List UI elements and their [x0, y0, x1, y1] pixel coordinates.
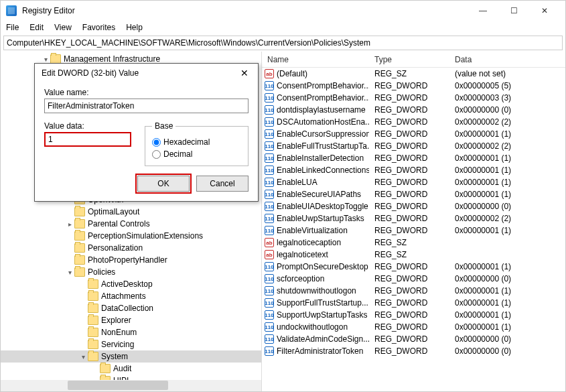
registry-value-row[interactable]: 110PromptOnSecureDesktopREG_DWORD0x00000…: [262, 261, 565, 273]
menu-view[interactable]: View: [54, 23, 72, 32]
value-type-cell: REG_DWORD: [369, 105, 449, 115]
value-type-cell: REG_DWORD: [369, 202, 449, 211]
registry-value-row[interactable]: ablegalnoticecaptionREG_SZ: [262, 237, 565, 249]
registry-value-row[interactable]: 110EnableSecureUIAPathsREG_DWORD0x000000…: [262, 188, 565, 200]
tree-node-label: Explorer: [101, 316, 131, 325]
minimize-button[interactable]: —: [468, 1, 498, 21]
tree-node-label: Personalization: [88, 243, 143, 253]
expander-icon[interactable]: ▸: [65, 219, 74, 228]
tree-node-photopropertyhandler[interactable]: PhotoPropertyHandler: [1, 254, 261, 266]
base-fieldset: Base Hexadecimal Decimal: [145, 121, 249, 166]
value-name-cell: scforceoption: [277, 274, 324, 283]
registry-value-row[interactable]: 110SupportFullTrustStartup...REG_DWORD0x…: [262, 297, 565, 309]
value-name-cell: EnableCursorSuppression: [277, 129, 369, 139]
tree-node-audit[interactable]: Audit: [1, 363, 261, 375]
registry-value-row[interactable]: 110shutdownwithoutlogonREG_DWORD0x000000…: [262, 285, 565, 297]
value-type-cell: REG_SZ: [369, 238, 449, 247]
registry-value-row[interactable]: ablegalnoticetextREG_SZ: [262, 249, 565, 261]
expander-icon[interactable]: ▾: [41, 54, 50, 64]
dword-value-icon: 110: [265, 226, 274, 235]
registry-value-row[interactable]: 110DSCAutomationHostEna...REG_DWORD0x000…: [262, 116, 565, 128]
col-header-data[interactable]: Data: [449, 55, 565, 64]
dialog-close-button[interactable]: ✕: [238, 68, 251, 78]
tree-hscroll-track[interactable]: [1, 380, 261, 391]
registry-value-row[interactable]: 110ValidateAdminCodeSign...REG_DWORD0x00…: [262, 333, 565, 345]
tree-node-servicing[interactable]: Servicing: [1, 338, 261, 350]
registry-value-row[interactable]: 110EnableLinkedConnectionsREG_DWORD0x000…: [262, 164, 565, 176]
tree-node-activedesktop[interactable]: ActiveDesktop: [1, 278, 261, 290]
tree-node-perceptionsimulationextensions[interactable]: PerceptionSimulationExtensions: [1, 230, 261, 242]
menu-favorites[interactable]: Favorites: [82, 23, 115, 32]
expander-icon[interactable]: ▾: [78, 352, 88, 361]
address-bar[interactable]: Computer\HKEY_LOCAL_MACHINE\SOFTWARE\Mic…: [3, 36, 563, 50]
dword-value-icon: 110: [265, 190, 274, 199]
value-type-cell: REG_DWORD: [369, 153, 449, 163]
registry-value-row[interactable]: ab(Default)REG_SZ(value not set): [262, 68, 565, 80]
list-header: Name Type Data: [262, 52, 565, 68]
value-data-cell: 0x00000001 (1): [449, 190, 565, 199]
col-header-type[interactable]: Type: [369, 55, 449, 64]
registry-value-row[interactable]: 110EnableVirtualizationREG_DWORD0x000000…: [262, 224, 565, 237]
menu-edit[interactable]: Edit: [29, 23, 44, 32]
dialog-titlebar[interactable]: Edit DWORD (32-bit) Value ✕: [35, 64, 258, 82]
value-name-cell: EnableSecureUIAPaths: [277, 190, 361, 199]
registry-value-row[interactable]: 110EnableUwpStartupTasksREG_DWORD0x00000…: [262, 212, 565, 224]
registry-value-row[interactable]: 110EnableLUAREG_DWORD0x00000001 (1): [262, 176, 565, 188]
list-pane[interactable]: Name Type Data ab(Default)REG_SZ(value n…: [262, 52, 565, 391]
tree-node-explorer[interactable]: Explorer: [1, 314, 261, 326]
tree-node-label: System: [101, 352, 128, 361]
value-type-cell: REG_DWORD: [369, 93, 449, 103]
menu-help[interactable]: Help: [126, 23, 143, 32]
tree-node-optimallayout[interactable]: OptimalLayout: [1, 206, 261, 218]
value-data-cell: 0x00000002 (2): [449, 117, 565, 127]
tree-node-label: DataCollection: [101, 304, 153, 313]
dword-value-icon: 110: [265, 346, 274, 356]
registry-value-row[interactable]: 110EnableInstallerDetectionREG_DWORD0x00…: [262, 152, 565, 164]
cancel-button[interactable]: Cancel: [196, 176, 249, 192]
registry-value-row[interactable]: 110EnableCursorSuppressionREG_DWORD0x000…: [262, 128, 565, 140]
registry-value-row[interactable]: 110dontdisplaylastusernameREG_DWORD0x000…: [262, 104, 565, 116]
tree-hscroll-thumb[interactable]: [68, 381, 168, 390]
value-type-cell: REG_DWORD: [369, 129, 449, 139]
tree-node-label: Policies: [88, 267, 115, 277]
registry-value-row[interactable]: 110ConsentPromptBehavior...REG_DWORD0x00…: [262, 92, 565, 104]
menubar: File Edit View Favorites Help: [1, 21, 565, 34]
string-value-icon: ab: [265, 238, 274, 247]
registry-value-row[interactable]: 110FilterAdministratorTokenREG_DWORD0x00…: [262, 345, 565, 357]
registry-value-row[interactable]: 110EnableUIADesktopToggleREG_DWORD0x0000…: [262, 200, 565, 212]
dword-value-icon: 110: [265, 334, 274, 344]
tree-node-datacollection[interactable]: DataCollection: [1, 302, 261, 314]
tree-node-label: Management Infrastructure: [64, 54, 160, 64]
expander-icon[interactable]: ▾: [65, 267, 74, 277]
tree-node-personalization[interactable]: Personalization: [1, 242, 261, 254]
ok-button[interactable]: OK: [137, 176, 190, 192]
value-name-cell: SupportUwpStartupTasks: [277, 310, 367, 320]
value-name-cell: PromptOnSecureDesktop: [277, 262, 368, 271]
base-legend: Base: [152, 121, 175, 131]
registry-value-row[interactable]: 110undockwithoutlogonREG_DWORD0x00000001…: [262, 321, 565, 333]
value-name-cell: dontdisplaylastusername: [277, 105, 366, 115]
value-data-input[interactable]: [44, 132, 131, 147]
maximize-button[interactable]: ☐: [498, 1, 529, 21]
registry-value-row[interactable]: 110SupportUwpStartupTasksREG_DWORD0x0000…: [262, 309, 565, 321]
tree-node-attachments[interactable]: Attachments: [1, 290, 261, 302]
value-type-cell: REG_DWORD: [369, 166, 449, 175]
value-type-cell: REG_DWORD: [369, 178, 449, 187]
value-data-cell: 0x00000000 (0): [449, 105, 565, 115]
registry-value-row[interactable]: 110scforceoptionREG_DWORD0x00000000 (0): [262, 273, 565, 285]
col-header-name[interactable]: Name: [262, 55, 369, 64]
value-name-input[interactable]: [44, 99, 249, 113]
registry-value-row[interactable]: 110ConsentPromptBehavior...REG_DWORD0x00…: [262, 80, 565, 92]
registry-value-row[interactable]: 110EnableFullTrustStartupTa...REG_DWORD0…: [262, 140, 565, 152]
tree-node-policies[interactable]: ▾Policies: [1, 266, 261, 278]
value-type-cell: REG_SZ: [369, 69, 449, 78]
radio-decimal[interactable]: [152, 150, 161, 159]
tree-node-nonenum[interactable]: NonEnum: [1, 326, 261, 338]
close-button[interactable]: ✕: [529, 1, 560, 21]
radio-hexadecimal[interactable]: [152, 138, 161, 147]
menu-file[interactable]: File: [6, 23, 19, 32]
tree-node-parental-controls[interactable]: ▸Parental Controls: [1, 218, 261, 230]
value-type-cell: REG_SZ: [369, 250, 449, 259]
tree-node-system[interactable]: ▾System: [1, 350, 261, 363]
value-type-cell: REG_DWORD: [369, 322, 449, 332]
